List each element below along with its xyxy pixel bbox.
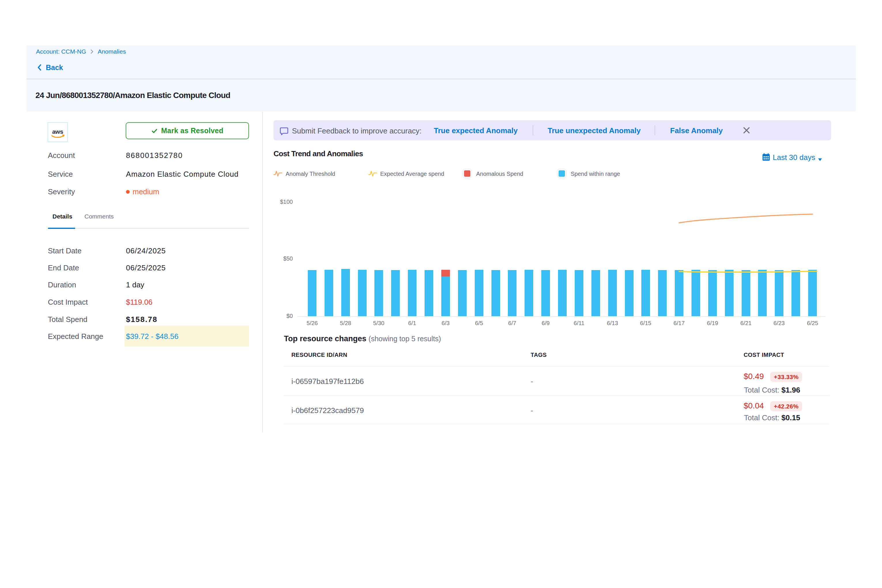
svg-text:aws: aws <box>52 128 63 135</box>
